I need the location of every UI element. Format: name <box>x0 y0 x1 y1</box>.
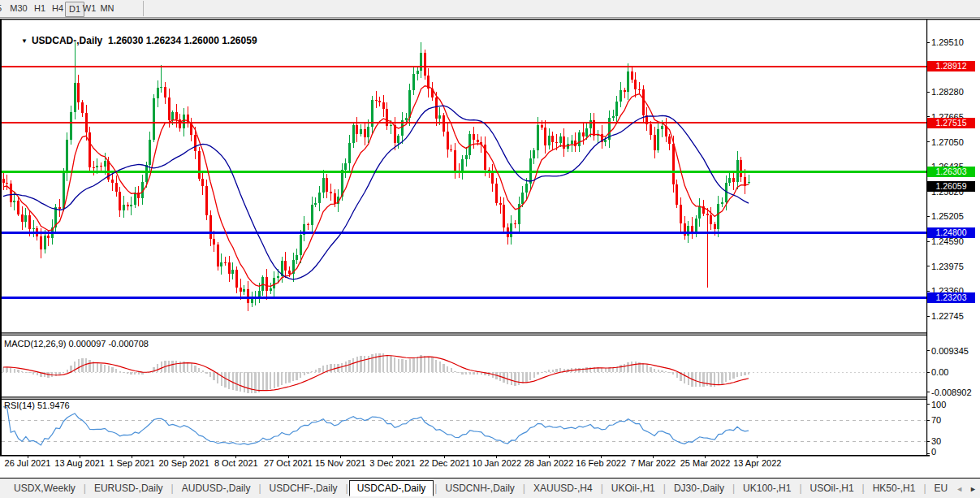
date-label: 27 Oct 2021 <box>264 458 313 468</box>
tab-ukoil-h1[interactable]: UKOil-,H1 <box>604 481 663 496</box>
tab-scroll-left-icon[interactable]: ◄ <box>956 485 963 493</box>
symbol-tab-bar: USDX,Weekly|EURUSD-,Daily|AUDUSD-,Daily|… <box>0 478 980 498</box>
dropdown-triangle-icon[interactable]: ▼ <box>21 37 28 45</box>
sr-line-price-label: 1.24800 <box>927 227 975 238</box>
tab-scroll-arrows: ◄► <box>951 479 977 498</box>
date-label: 15 Nov 2021 <box>315 458 365 468</box>
tab-usdcad-daily[interactable]: USDCAD-,Daily <box>349 480 434 496</box>
ohlc-close: 1.26059 <box>222 35 257 46</box>
price-tick-label: 1.22745 <box>931 311 978 321</box>
chart-title: ▼USDCAD-,Daily 1.26030 1.26234 1.26000 1… <box>5 24 257 58</box>
price-tick-label: 1.23975 <box>931 262 978 271</box>
date-label: 10 Jan 2022 <box>473 458 522 468</box>
timeframe-toolbar: 5M30H1H4D1W1MN <box>0 0 980 18</box>
ohlc-high: 1.26234 <box>146 35 181 46</box>
date-label: 25 Mar 2022 <box>680 458 731 468</box>
tab-dj30-daily[interactable]: DJ30-,Daily <box>667 481 732 496</box>
tab-xauusd-h4[interactable]: XAUUSD-,H4 <box>526 481 600 496</box>
rsi-value: 51.9476 <box>37 401 70 410</box>
sr-line-price-label: 1.23203 <box>927 292 975 303</box>
rsi-tick-label: 70 <box>931 415 978 425</box>
tab-usdcnh-daily[interactable]: USDCNH-,Daily <box>438 481 521 496</box>
date-label: 1 Sep 2021 <box>109 458 154 468</box>
macd-label: MACD(12,26,9) 0.000097 -0.000708 <box>4 339 149 349</box>
timeframe-button-mn[interactable]: MN <box>98 2 116 15</box>
date-label: 13 Aug 2021 <box>54 458 105 468</box>
rsi-tick-label: 100 <box>931 400 978 409</box>
timeframe-button-w1[interactable]: W1 <box>81 2 97 15</box>
sr-line-price-label: 1.27515 <box>927 118 975 128</box>
date-label: 16 Feb 2022 <box>576 458 626 468</box>
price-tick-label: 1.29510 <box>931 37 978 47</box>
timeframe-button-m30[interactable]: M30 <box>8 2 29 15</box>
current-price-label: 1.26059 <box>927 181 975 192</box>
rsi-label: RSI(14) 51.9476 <box>4 401 70 410</box>
sr-line-price-label: 1.28912 <box>927 61 975 71</box>
toolbar-separator <box>143 1 144 16</box>
chart-symbol-label: USDCAD-,Daily <box>32 35 102 46</box>
timeframe-button-5[interactable]: 5 <box>0 2 5 15</box>
date-label: 26 Jul 2021 <box>5 458 51 468</box>
tab-usoil-h1[interactable]: USOil-,H1 <box>803 481 861 496</box>
timeframe-button-h4[interactable]: H4 <box>50 2 65 15</box>
date-label: 28 Jan 2022 <box>525 458 574 468</box>
macd-tick-label: 0.00 <box>931 367 978 377</box>
date-label: 7 Mar 2022 <box>631 458 676 468</box>
ohlc-open: 1.26030 <box>108 35 143 46</box>
tab-scroll-right-icon[interactable]: ► <box>969 485 977 493</box>
tab-usdx-weekly[interactable]: USDX,Weekly <box>6 481 83 496</box>
tab-audusd-daily[interactable]: AUDUSD-,Daily <box>175 481 258 496</box>
rsi-tick-label: 0 <box>931 447 978 457</box>
tab-hk50-h1[interactable]: HK50-,H1 <box>866 481 923 496</box>
chart-window: ▼USDCAD-,Daily 1.26030 1.26234 1.26000 1… <box>0 19 980 478</box>
price-tick-label: 1.25205 <box>931 211 978 221</box>
macd-tick-label: 0.009345 <box>931 346 978 356</box>
rsi-tick-label: 30 <box>931 436 978 446</box>
macd-tick-label: -0.008902 <box>931 388 978 397</box>
date-label: 8 Oct 2021 <box>214 458 258 468</box>
date-label: 22 Dec 2021 <box>419 458 469 468</box>
date-label: 13 Apr 2022 <box>733 458 781 468</box>
price-tick-label: 1.28280 <box>931 87 978 97</box>
sr-line-price-label: 1.26303 <box>927 167 975 177</box>
macd-values: 0.000097 -0.000708 <box>68 339 148 349</box>
date-label: 3 Dec 2021 <box>369 458 415 468</box>
timeframe-button-h1[interactable]: H1 <box>32 2 47 15</box>
tab-usdchf-daily[interactable]: USDCHF-,Daily <box>262 481 345 496</box>
price-tick-label: 1.27050 <box>931 137 978 147</box>
tab-uk100-h1[interactable]: UK100-,H1 <box>736 481 798 496</box>
date-label: 20 Sep 2021 <box>158 458 209 468</box>
ohlc-low: 1.26000 <box>183 35 218 46</box>
chart-canvas[interactable] <box>0 19 980 498</box>
trading-app-window: 5M30H1H4D1W1MN ▼USDCAD-,Daily 1.26030 1.… <box>0 0 980 498</box>
tab-eurusd-daily[interactable]: EURUSD-,Daily <box>87 481 171 496</box>
